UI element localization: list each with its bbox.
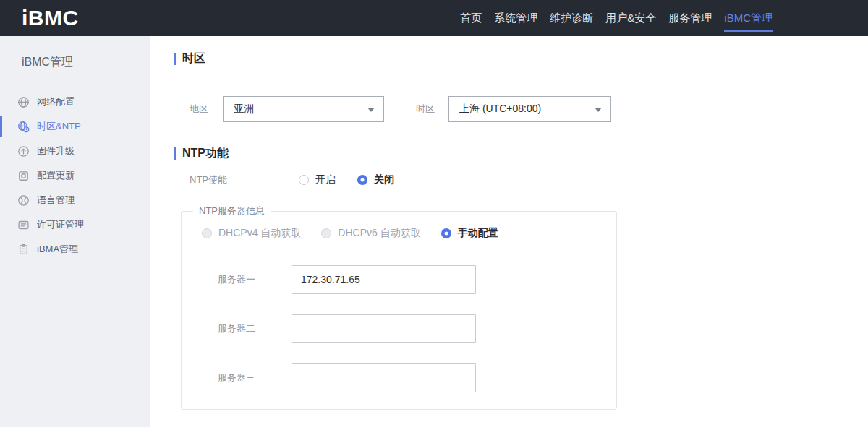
- sidebar-title: iBMC管理: [22, 55, 150, 70]
- radio-label: DHCPv6 自动获取: [338, 227, 420, 240]
- sidebar-item-label: 固件升级: [37, 145, 75, 158]
- server-three-row: 服务器三: [218, 363, 616, 392]
- sidebar-item-firmware-upgrade[interactable]: 固件升级: [0, 139, 150, 163]
- ntp-enable-off-radio[interactable]: 关闭: [357, 173, 394, 186]
- server-three-input[interactable]: [292, 363, 476, 392]
- ibmc-logo: iBMC: [22, 6, 79, 30]
- radio-selected-icon: [441, 228, 451, 238]
- nav-maintenance-diagnosis[interactable]: 维护诊断: [550, 0, 593, 36]
- license-icon: [17, 219, 30, 231]
- ntp-server-mode-row: DHCPv4 自动获取 DHCPv6 自动获取 手动配置: [202, 226, 616, 241]
- sidebar-item-label: 语言管理: [37, 194, 75, 207]
- radio-unselected-icon: [299, 175, 309, 185]
- nav-user-security[interactable]: 用户&安全: [605, 0, 656, 36]
- ntp-section-title: NTP功能: [174, 147, 868, 160]
- manual-config-radio[interactable]: 手动配置: [441, 227, 498, 240]
- sidebar-item-label: 时区&NTP: [37, 120, 81, 133]
- timezone-select[interactable]: 上海 (UTC+08:00): [448, 96, 611, 122]
- radio-disabled-icon: [202, 228, 212, 238]
- sidebar-item-label: 许可证管理: [37, 218, 84, 231]
- sidebar-item-language-management[interactable]: 语言管理: [0, 188, 150, 212]
- server-one-input[interactable]: [292, 265, 476, 294]
- server-one-label: 服务器一: [218, 273, 292, 286]
- config-update-icon: [17, 170, 30, 182]
- server-three-label: 服务器三: [218, 371, 292, 384]
- sidebar: iBMC管理 网络配置 时区&NTP 固件升级: [0, 36, 150, 427]
- nav-home[interactable]: 首页: [460, 0, 482, 36]
- sidebar-item-label: 网络配置: [37, 95, 75, 108]
- firmware-upgrade-icon: [17, 145, 30, 158]
- sidebar-item-network-config[interactable]: 网络配置: [0, 90, 150, 114]
- sidebar-item-label: iBMA管理: [37, 243, 78, 256]
- radio-selected-icon: [357, 175, 367, 185]
- region-label: 地区: [190, 103, 223, 116]
- chevron-down-icon: [595, 108, 602, 112]
- server-two-input[interactable]: [292, 314, 476, 343]
- sidebar-item-label: 配置更新: [37, 169, 75, 182]
- sidebar-menu: 网络配置 时区&NTP 固件升级 配置更新: [0, 90, 150, 262]
- nav-ibmc-management[interactable]: iBMC管理: [724, 0, 773, 36]
- nav-system-management[interactable]: 系统管理: [494, 0, 537, 36]
- sidebar-item-license-management[interactable]: 许可证管理: [0, 212, 150, 237]
- radio-label: DHCPv4 自动获取: [218, 227, 301, 240]
- ibmc-app: iBMC 首页 系统管理 维护诊断 用户&安全 服务管理 iBMC管理 iBMC…: [0, 0, 868, 427]
- ntp-enable-row: NTP使能 开启 关闭: [190, 170, 868, 190]
- language-icon: [17, 194, 30, 207]
- ntp-enable-label: NTP使能: [190, 173, 299, 186]
- radio-label: 关闭: [374, 173, 394, 186]
- ntp-server-info-legend: NTP服务器信息: [193, 204, 271, 217]
- radio-disabled-icon: [321, 228, 331, 238]
- main-content: 时区 地区 亚洲 时区 上海 (UTC+08:00) NTP功能 NTP使能 开…: [150, 36, 868, 427]
- network-globe-icon: [17, 96, 30, 108]
- region-select[interactable]: 亚洲: [223, 96, 384, 122]
- dhcpv4-auto-radio[interactable]: DHCPv4 自动获取: [202, 227, 301, 240]
- chevron-down-icon: [367, 108, 375, 112]
- server-two-label: 服务器二: [218, 322, 292, 335]
- timezone-section-title: 时区: [174, 52, 868, 65]
- dhcpv6-auto-radio[interactable]: DHCPv6 自动获取: [321, 227, 420, 240]
- server-one-row: 服务器一: [218, 265, 616, 294]
- timezone-clock-icon: [17, 121, 30, 133]
- ntp-enable-on-radio[interactable]: 开启: [299, 173, 336, 186]
- nav-service-management[interactable]: 服务管理: [668, 0, 712, 36]
- server-two-row: 服务器二: [218, 314, 616, 343]
- timezone-form-row: 地区 亚洲 时区 上海 (UTC+08:00): [190, 96, 868, 122]
- top-header: iBMC 首页 系统管理 维护诊断 用户&安全 服务管理 iBMC管理: [0, 0, 868, 36]
- ibma-clipboard-icon: [17, 243, 30, 256]
- ntp-server-info-group: NTP服务器信息 DHCPv4 自动获取 DHCPv6 自动获取 手动配置 服务…: [181, 204, 617, 410]
- timezone-label: 时区: [416, 103, 448, 116]
- timezone-select-value: 上海 (UTC+08:00): [459, 103, 541, 116]
- sidebar-item-ibma-management[interactable]: iBMA管理: [0, 237, 150, 262]
- top-nav: 首页 系统管理 维护诊断 用户&安全 服务管理 iBMC管理: [460, 0, 773, 36]
- radio-label: 手动配置: [458, 227, 498, 240]
- sidebar-item-config-update[interactable]: 配置更新: [0, 163, 150, 188]
- region-select-value: 亚洲: [234, 103, 254, 116]
- radio-label: 开启: [315, 173, 336, 186]
- sidebar-item-timezone-ntp[interactable]: 时区&NTP: [0, 114, 150, 139]
